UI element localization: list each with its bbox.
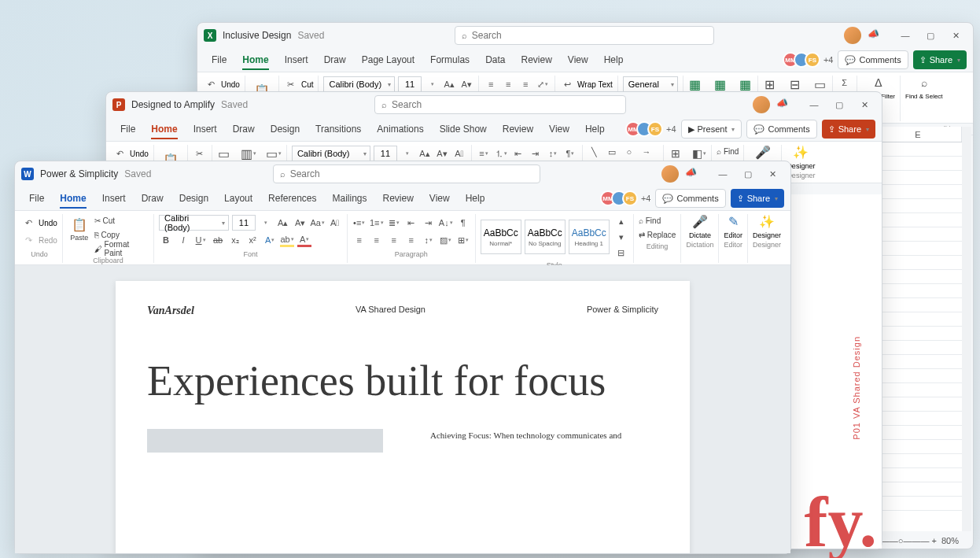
cut-icon[interactable]: ✂ <box>193 146 207 161</box>
menu-references[interactable]: References <box>260 190 324 207</box>
menu-design[interactable]: Design <box>171 190 216 207</box>
excel-search[interactable]: ⌕ <box>455 26 714 45</box>
font-select[interactable]: Calibri (Body) <box>323 76 395 92</box>
menu-design[interactable]: Design <box>263 120 308 138</box>
close-button[interactable]: ✕ <box>853 95 875 114</box>
grow-font-icon[interactable]: A▴ <box>442 77 456 91</box>
menu-home[interactable]: Home <box>234 51 276 68</box>
size-select[interactable]: 11 <box>398 76 422 92</box>
section-icon[interactable]: ▭ <box>266 146 282 161</box>
word-presence[interactable]: MM FS +4 <box>605 190 651 206</box>
style-heading1[interactable]: AaBbCcHeading 1 <box>569 220 610 254</box>
menu-insert[interactable]: Insert <box>277 51 316 68</box>
style-nospacing[interactable]: AaBbCcNo Spacing <box>525 220 566 254</box>
ppt-avatar[interactable] <box>753 96 770 113</box>
ppt-present-button[interactable]: ▶Present▾ <box>681 120 742 139</box>
shape-oval-icon[interactable]: ○ <box>622 145 636 159</box>
style-normal[interactable]: AaBbCcNormal* <box>481 220 521 254</box>
styles-down-icon[interactable]: ▾ <box>614 230 628 244</box>
align-mid-icon[interactable]: ≡ <box>501 77 515 91</box>
minimize-button[interactable]: — <box>712 164 734 183</box>
maximize-button[interactable]: ▢ <box>919 26 941 45</box>
layout-icon[interactable]: ▥ <box>241 146 256 161</box>
editor-icon[interactable]: ✎ <box>726 214 740 228</box>
close-button[interactable]: ✕ <box>945 26 967 45</box>
menu-insert[interactable]: Insert <box>186 120 225 138</box>
shrink-font-icon[interactable]: A▾ <box>293 216 308 230</box>
menu-slideshow[interactable]: Slide Show <box>432 120 495 138</box>
word-avatar[interactable] <box>661 165 679 183</box>
excel-share-button[interactable]: ⇪Share▾ <box>913 50 967 69</box>
shape-line-icon[interactable]: ╲ <box>588 145 602 159</box>
align-center-icon[interactable]: ≡ <box>370 233 384 247</box>
highlight-icon[interactable]: ab <box>280 233 294 247</box>
menu-draw[interactable]: Draw <box>225 120 263 138</box>
autosum-icon[interactable]: Σ <box>838 76 852 90</box>
bullets-icon[interactable]: •≡ <box>352 216 367 230</box>
align-right-icon[interactable]: ≡ <box>387 233 401 247</box>
doc-heading[interactable]: Experiences built for focus <box>116 325 690 413</box>
excel-presence[interactable]: MM FS +4 <box>787 52 834 68</box>
subscript-icon[interactable]: x₂ <box>228 233 242 247</box>
multilevel-icon[interactable]: ≣ <box>387 216 401 230</box>
justify-icon[interactable]: ≡ <box>404 233 418 247</box>
font-select[interactable]: Calibri (Body) <box>159 215 229 231</box>
size-dd[interactable] <box>425 77 439 91</box>
menu-transitions[interactable]: Transitions <box>308 120 369 138</box>
column-header[interactable]: E <box>875 127 962 142</box>
menu-data[interactable]: Data <box>477 51 513 68</box>
menu-home[interactable]: Home <box>143 120 185 138</box>
strike-icon[interactable]: ab <box>211 233 225 247</box>
word-share-button[interactable]: ⇪Share▾ <box>731 189 784 208</box>
size-select[interactable]: 11 <box>374 146 397 161</box>
orientation-icon[interactable]: ⤢ <box>536 77 550 91</box>
menu-home[interactable]: Home <box>52 190 94 207</box>
dedent-icon[interactable]: ⇤ <box>511 146 525 161</box>
size-dd[interactable] <box>400 146 414 161</box>
menu-review[interactable]: Review <box>513 51 559 68</box>
dictate-icon[interactable]: 🎤 <box>692 214 708 228</box>
menu-file[interactable]: File <box>21 190 52 207</box>
minimize-button[interactable]: — <box>803 95 825 114</box>
clear-format-icon[interactable]: A⃠ <box>452 146 466 161</box>
textdir-icon[interactable]: ¶ <box>563 146 577 161</box>
menu-help[interactable]: Help <box>458 190 493 207</box>
grow-font-icon[interactable]: A▴ <box>276 216 290 230</box>
excel-avatar[interactable] <box>844 27 861 44</box>
menu-layout[interactable]: Layout <box>216 190 260 207</box>
sort-icon[interactable]: A↓ <box>439 216 453 230</box>
dedent-icon[interactable]: ⇤ <box>404 216 418 230</box>
indent-icon[interactable]: ⇥ <box>529 146 543 161</box>
excel-search-input[interactable] <box>472 30 707 41</box>
shrink-font-icon[interactable]: A▾ <box>459 77 473 91</box>
shape-arrow-icon[interactable]: → <box>639 145 654 159</box>
indent-icon[interactable]: ⇥ <box>422 216 436 230</box>
cut-icon[interactable]: ✂ <box>284 77 298 91</box>
paste-button[interactable]: 📋Paste <box>68 214 91 244</box>
insert-cells-icon[interactable]: ⊞ <box>763 77 777 91</box>
menu-review[interactable]: Review <box>375 190 422 207</box>
format-cells-icon[interactable]: ▭ <box>813 77 827 91</box>
change-case-icon[interactable]: Aa <box>311 216 325 230</box>
bold-icon[interactable]: B <box>159 233 173 247</box>
superscript-icon[interactable]: x² <box>245 233 260 247</box>
find-button[interactable]: ⌕Find <box>717 145 739 157</box>
find-select-icon[interactable]: ⌕ <box>917 76 931 90</box>
cell-styles-icon[interactable]: ▦ <box>739 77 753 91</box>
menu-mailings[interactable]: Mailings <box>324 190 374 207</box>
menu-draw[interactable]: Draw <box>134 190 171 207</box>
designer-icon[interactable]: ✨ <box>759 214 775 228</box>
menu-view[interactable]: View <box>541 120 577 138</box>
cut-button[interactable]: ✂Cut <box>94 214 149 227</box>
clear-format-icon[interactable]: A⃠ <box>328 216 342 230</box>
word-search-input[interactable] <box>290 168 533 179</box>
align-top-icon[interactable]: ≡ <box>484 77 498 91</box>
ppt-share-button[interactable]: ⇪Share▾ <box>822 120 875 139</box>
conditional-format-icon[interactable]: ▦ <box>688 77 702 91</box>
ppt-search[interactable]: ⌕ <box>374 95 626 114</box>
shrink-font-icon[interactable]: A▾ <box>435 146 449 161</box>
underline-icon[interactable]: U <box>193 233 208 247</box>
menu-help[interactable]: Help <box>596 51 632 68</box>
menu-animations[interactable]: Animations <box>369 120 431 138</box>
linespacing-icon[interactable]: ↕ <box>546 146 560 161</box>
